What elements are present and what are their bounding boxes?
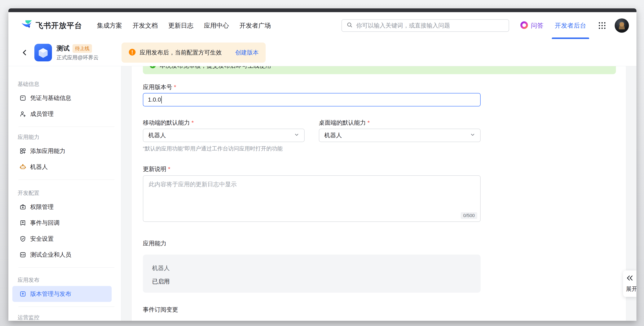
- capability-name: 机器人: [152, 264, 471, 272]
- capability-helper-text: “默认的应用功能”即用户通过工作台访问应用时打开的功能: [143, 145, 304, 152]
- capability-section-title: 应用能力: [143, 240, 480, 248]
- mobile-capability-value: 机器人: [148, 131, 166, 139]
- desktop-capability-select[interactable]: 机器人: [319, 129, 480, 142]
- sidebar-divider: [18, 306, 114, 307]
- top-navigation: 飞书开放平台 集成方案 开发文档 更新日志 应用中心 开发者广场 你可以输入关键…: [8, 12, 636, 39]
- notice-text: 应用发布后，当前配置方可生效: [140, 48, 222, 56]
- nav-item-changelog[interactable]: 更新日志: [163, 12, 198, 39]
- text-caret: [161, 96, 162, 104]
- success-check-icon: [149, 66, 156, 70]
- capability-card: 机器人 已启用: [143, 254, 480, 293]
- sidebar-divider: [18, 126, 114, 127]
- version-label: 应用版本号 *: [143, 84, 480, 91]
- chevron-down-icon: [470, 132, 476, 139]
- robot-icon: [19, 164, 26, 170]
- mobile-capability-select[interactable]: 机器人: [143, 129, 304, 142]
- feishu-logo-icon: [21, 20, 33, 32]
- warning-icon: [129, 48, 136, 56]
- update-notes-placeholder: 此内容将于应用的更新日志中显示: [149, 181, 237, 188]
- status-badge: 待上线: [72, 44, 92, 53]
- update-notes-textarea[interactable]: 此内容将于应用的更新日志中显示 0/500: [143, 175, 480, 222]
- nav-item-integration[interactable]: 集成方案: [92, 12, 128, 39]
- nav-item-dev-plaza[interactable]: 开发者广场: [234, 12, 276, 39]
- sidebar-item-members[interactable]: 成员管理: [12, 106, 112, 122]
- sidebar-section-basic-info: 基础信息: [8, 81, 121, 87]
- qa-label: 问答: [531, 21, 544, 30]
- success-banner: 本次发布免审核，提交发布后即可上线使用: [143, 66, 616, 74]
- sidebar-section-capabilities: 应用能力: [8, 134, 121, 140]
- main-content: 本次发布免审核，提交发布后即可上线使用 应用版本号 * 1.0.0 移动端的默认…: [132, 66, 626, 321]
- nav-item-app-center[interactable]: 应用中心: [198, 12, 234, 39]
- success-banner-text: 本次发布免审核，提交发布后即可上线使用: [160, 66, 271, 70]
- apps-grid-icon[interactable]: [598, 21, 607, 30]
- desktop-capability-value: 机器人: [324, 131, 342, 139]
- version-release-icon: [19, 290, 26, 298]
- sidebar: 基础信息 凭证与基础信息 成员管理: [8, 66, 121, 321]
- search-icon: [346, 22, 353, 30]
- sidebar-item-credentials[interactable]: 凭证与基础信息: [12, 90, 112, 106]
- page-body: 基础信息 凭证与基础信息 成员管理: [8, 66, 636, 321]
- mobile-capability-label: 移动端的默认能力 *: [143, 119, 304, 126]
- required-mark: *: [368, 119, 370, 126]
- sidebar-item-permissions[interactable]: 权限管理: [12, 199, 112, 215]
- sidebar-item-version-release[interactable]: 版本管理与发布: [12, 286, 112, 302]
- add-capability-icon: [19, 148, 26, 154]
- sidebar-gutter: [121, 66, 132, 321]
- sidebar-item-add-capability[interactable]: 添加应用能力: [12, 143, 112, 159]
- char-counter: 0/500: [461, 212, 477, 219]
- nav-item-docs[interactable]: 开发文档: [128, 12, 163, 39]
- expand-panel-button[interactable]: 展开: [623, 270, 636, 297]
- update-notes-label: 更新说明 *: [143, 165, 480, 173]
- window-titlebar: [8, 8, 636, 12]
- search-placeholder: 你可以输入关键词，或直接输入问题: [356, 22, 450, 30]
- version-input[interactable]: 1.0.0: [143, 93, 480, 106]
- sidebar-section-dev-config: 开发配置: [8, 190, 121, 196]
- publish-notice-banner: 应用发布后，当前配置方可生效 创建版本: [122, 42, 266, 63]
- back-button[interactable]: [20, 48, 29, 57]
- sidebar-item-test-org[interactable]: 测试企业和人员: [12, 247, 112, 263]
- event-callback-icon: [19, 219, 26, 226]
- desktop-capability-label: 桌面端的默认能力 *: [319, 119, 480, 126]
- sidebar-item-bot[interactable]: 机器人: [12, 159, 112, 175]
- feishu-logo[interactable]: 飞书开放平台: [21, 20, 82, 32]
- main-nav: 集成方案 开发文档 更新日志 应用中心 开发者广场: [92, 12, 276, 39]
- version-value: 1.0.0: [148, 96, 161, 103]
- permission-icon: [19, 204, 26, 210]
- release-form: 应用版本号 * 1.0.0 移动端的默认能力 * 机器人: [143, 84, 480, 321]
- security-shield-icon: [19, 235, 26, 242]
- app-name-block: 测试 待上线 正式应用@环界云: [56, 44, 98, 61]
- sidebar-section-release: 应用发布: [8, 277, 121, 283]
- app-name: 测试: [56, 44, 70, 53]
- test-org-icon: [19, 251, 26, 258]
- required-mark: *: [168, 165, 170, 173]
- sidebar-divider: [18, 267, 114, 268]
- member-icon: [19, 110, 26, 118]
- create-version-link[interactable]: 创建版本: [235, 48, 258, 56]
- qa-link[interactable]: 问答: [520, 21, 544, 30]
- sidebar-item-security[interactable]: 安全设置: [12, 231, 112, 247]
- sidebar-divider: [18, 180, 114, 180]
- app-header: 测试 待上线 正式应用@环界云 应用发布后，当前配置方可生效 创建版本: [8, 39, 636, 66]
- chevron-down-icon: [294, 132, 300, 139]
- app-icon: [34, 44, 52, 62]
- required-mark: *: [174, 84, 176, 91]
- required-mark: *: [192, 119, 194, 126]
- expand-label: 展开: [626, 285, 636, 293]
- app-subtitle: 正式应用@环界云: [56, 54, 98, 61]
- active-tab-underline: [552, 38, 589, 39]
- logo-text: 飞书开放平台: [36, 20, 82, 31]
- user-avatar[interactable]: [615, 18, 629, 33]
- sidebar-item-events[interactable]: 事件与回调: [12, 215, 112, 231]
- double-chevron-left-icon: [626, 275, 634, 282]
- browser-window: 飞书开放平台 集成方案 开发文档 更新日志 应用中心 开发者广场 你可以输入关键…: [8, 8, 636, 321]
- developer-console-tab[interactable]: 开发者后台: [552, 12, 589, 39]
- qa-ring-icon: [520, 21, 528, 30]
- credential-icon: [19, 94, 26, 102]
- sidebar-section-monitoring: 运营监控: [8, 314, 121, 320]
- search-input[interactable]: 你可以输入关键词，或直接输入问题: [342, 19, 509, 32]
- event-section-title: 事件订阅变更: [143, 306, 480, 314]
- capability-status: 已启用: [152, 278, 471, 286]
